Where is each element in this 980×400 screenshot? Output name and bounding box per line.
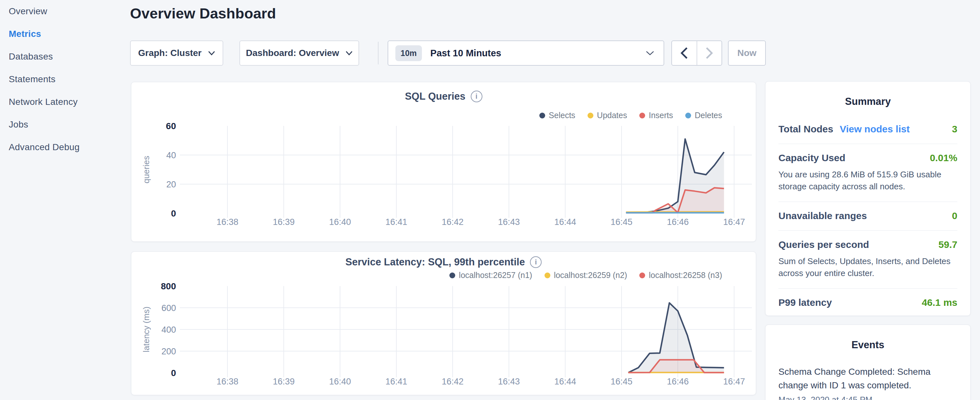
dashboard-dropdown-label: Dashboard: Overview — [246, 48, 339, 58]
svg-text:16:42: 16:42 — [442, 217, 464, 227]
svg-text:16:43: 16:43 — [498, 377, 520, 386]
sidebar-item-jobs[interactable]: Jobs — [0, 113, 128, 136]
svg-text:16:45: 16:45 — [611, 377, 633, 386]
summary-title: Summary — [778, 96, 957, 107]
sql-queries-chart-card: SQL Queries i SelectsUpdatesInsertsDelet… — [131, 82, 756, 242]
time-range-badge: 10m — [395, 45, 422, 61]
svg-text:queries: queries — [142, 156, 151, 183]
svg-text:16:46: 16:46 — [667, 217, 689, 227]
svg-text:16:41: 16:41 — [385, 377, 407, 386]
graph-dropdown-label: Graph: Cluster — [138, 48, 202, 58]
svg-text:latency (ms): latency (ms) — [142, 306, 151, 352]
summary-label: Total Nodes — [778, 124, 833, 135]
summary-value: 0.01% — [930, 153, 957, 163]
svg-text:16:39: 16:39 — [273, 217, 295, 227]
svg-text:600: 600 — [161, 303, 176, 313]
svg-text:16:40: 16:40 — [329, 377, 351, 386]
summary-row-unavailable-ranges: Unavailable ranges0 — [778, 210, 957, 222]
event-text: Schema Change Completed: Schema change w… — [778, 365, 957, 392]
summary-value: 3 — [952, 124, 957, 135]
sidebar-item-statements[interactable]: Statements — [0, 68, 128, 91]
events-title: Events — [778, 339, 957, 351]
summary-value: 59.7 — [939, 239, 957, 250]
page-title: Overview Dashboard — [130, 5, 757, 22]
time-step-buttons — [671, 40, 722, 66]
svg-text:16:39: 16:39 — [273, 377, 295, 386]
svg-text:400: 400 — [161, 325, 176, 335]
svg-text:20: 20 — [166, 180, 176, 189]
sidebar: OverviewMetricsDatabasesStatementsNetwor… — [0, 0, 128, 400]
svg-text:60: 60 — [166, 121, 176, 131]
svg-text:16:38: 16:38 — [216, 377, 239, 386]
summary-row-total-nodes: Total NodesView nodes list3 — [778, 124, 957, 135]
dashboard-dropdown[interactable]: Dashboard: Overview — [239, 40, 359, 66]
chevron-down-icon — [208, 51, 215, 55]
summary-label: Unavailable ranges — [778, 210, 867, 222]
summary-divider — [778, 202, 957, 202]
svg-text:0: 0 — [171, 209, 176, 218]
summary-label: Queries per second — [778, 239, 869, 250]
chevron-down-icon — [646, 51, 654, 56]
svg-text:40: 40 — [166, 150, 176, 160]
svg-text:16:45: 16:45 — [611, 217, 633, 227]
page: OverviewMetricsDatabasesStatementsNetwor… — [0, 0, 980, 400]
svg-text:16:47: 16:47 — [723, 377, 745, 386]
sidebar-item-metrics[interactable]: Metrics — [0, 23, 128, 45]
summary-divider — [778, 230, 957, 231]
svg-text:16:44: 16:44 — [554, 377, 576, 386]
sql-queries-plot: 020406016:3816:3916:4016:4116:4216:4316:… — [131, 82, 756, 234]
service-latency-plot: 020040060080016:3816:3916:4016:4116:4216… — [131, 252, 756, 394]
svg-text:0: 0 — [171, 368, 176, 378]
service-latency-chart-card: Service Latency: SQL, 99th percentile i … — [131, 252, 756, 395]
summary-label: Capacity Used — [778, 153, 845, 163]
svg-text:16:40: 16:40 — [329, 217, 351, 227]
sidebar-item-network-latency[interactable]: Network Latency — [0, 91, 128, 113]
summary-value: 46.1 ms — [922, 297, 957, 308]
chevron-down-icon — [345, 51, 353, 55]
graph-dropdown[interactable]: Graph: Cluster — [130, 40, 223, 66]
chevron-right-icon — [705, 47, 713, 59]
summary-value: 0 — [952, 210, 957, 222]
summary-row-capacity-used: Capacity Used0.01% — [778, 153, 957, 163]
time-range-label: Past 10 Minutes — [430, 48, 501, 59]
view-nodes-list-link[interactable]: View nodes list — [840, 124, 910, 135]
event-timestamp: May 13, 2020 at 4:45 PM — [778, 395, 957, 400]
summary-label: P99 latency — [778, 297, 832, 308]
events-list: Schema Change Completed: Schema change w… — [778, 365, 957, 400]
events-panel: Events Schema Change Completed: Schema c… — [765, 325, 970, 400]
summary-subtext: You are using 28.6 MiB of 515.9 GiB usab… — [778, 169, 957, 193]
svg-text:16:38: 16:38 — [216, 217, 239, 227]
time-range-dropdown[interactable]: 10m Past 10 Minutes — [388, 40, 664, 66]
time-next-button[interactable] — [697, 41, 722, 65]
sidebar-item-databases[interactable]: Databases — [0, 45, 128, 68]
svg-text:16:47: 16:47 — [723, 217, 745, 227]
main-content: Overview Dashboard Graph: Cluster Dashbo… — [130, 0, 757, 400]
time-prev-button[interactable] — [672, 41, 697, 65]
summary-subtext: Sum of Selects, Updates, Inserts, and De… — [778, 255, 957, 279]
sidebar-item-overview[interactable]: Overview — [0, 0, 128, 23]
svg-text:800: 800 — [161, 281, 176, 291]
now-button[interactable]: Now — [728, 40, 766, 66]
svg-text:16:42: 16:42 — [442, 377, 464, 386]
summary-panel: Summary Total NodesView nodes list3Capac… — [765, 81, 970, 316]
svg-text:16:41: 16:41 — [385, 217, 407, 227]
svg-text:200: 200 — [161, 347, 176, 356]
controls-divider — [378, 42, 379, 64]
summary-row-queries-per-second: Queries per second59.7 — [778, 239, 957, 250]
controls-bar: Graph: Cluster Dashboard: Overview 10m P… — [130, 40, 757, 66]
summary-rows: Total NodesView nodes list3Capacity Used… — [778, 124, 957, 308]
svg-text:16:43: 16:43 — [498, 217, 520, 227]
sidebar-item-advanced-debug[interactable]: Advanced Debug — [0, 136, 128, 159]
event-item[interactable]: Schema Change Completed: Schema change w… — [778, 365, 957, 400]
summary-row-p99-latency: P99 latency46.1 ms — [778, 297, 957, 308]
svg-text:16:44: 16:44 — [554, 217, 576, 227]
svg-text:16:46: 16:46 — [667, 377, 689, 386]
chevron-left-icon — [680, 47, 688, 59]
